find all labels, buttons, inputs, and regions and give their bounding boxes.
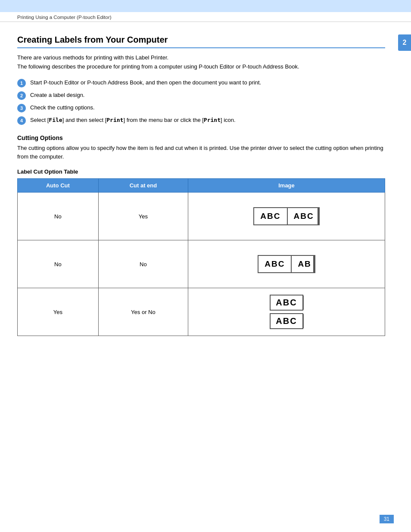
label-abc-1a: ABC [253,207,287,225]
step-text-1: Start P-touch Editor or P-touch Address … [30,78,261,87]
table-title: Label Cut Option Table [17,168,385,175]
col-header-image: Image [188,179,385,193]
cell-autocut-2: No [18,240,99,288]
cell-cutatend-2: No [98,240,188,288]
main-content: Creating Labels from Your Computer There… [0,22,411,353]
cutting-options-desc: The cutting options allow you to specify… [17,144,385,162]
cell-autocut-1: No [18,193,99,240]
step-number-3: 3 [17,104,26,112]
label-image-1: ABC ABC [197,201,376,231]
image-container-1: ABC ABC [188,193,385,240]
label-visual-3: ABC ABC [270,295,303,329]
label-image-2: ABC AB [197,249,376,279]
image-container-3: ABC ABC [188,288,385,336]
step-item-2: 2 Create a label design. [17,91,385,100]
table-header-row: Auto Cut Cut at end Image [18,179,385,193]
step-number-4: 4 [17,116,26,125]
page-number: 31 [380,515,394,523]
cell-cutatend-1: Yes [98,193,188,240]
col-header-autocut: Auto Cut [18,179,99,193]
label-abc-3a: ABC [270,295,303,311]
table-row: No Yes ABC ABC [18,193,385,240]
label-abc-2a: ABC [258,255,292,273]
step-text-3: Check the cutting options. [30,103,95,112]
cell-autocut-3: Yes [18,288,99,336]
cut-line-2 [314,255,315,273]
label-visual-2: ABC AB [258,255,315,273]
step-item-4: 4 Select [File] and then select [Print] … [17,116,385,125]
top-bar [0,0,411,12]
step-number-1: 1 [17,79,26,87]
label-abc-2b: AB [292,255,314,273]
step-item-1: 1 Start P-touch Editor or P-touch Addres… [17,78,385,87]
autocut-value-3: Yes [18,297,98,327]
label-abc-1b: ABC [288,207,318,225]
autocut-value-2: No [18,249,98,280]
steps-list: 1 Start P-touch Editor or P-touch Addres… [17,78,385,125]
label-visual-1: ABC ABC [253,207,319,225]
chapter-tab: 2 [398,34,411,51]
page-title: Creating Labels from Your Computer [17,35,385,48]
col-header-cutatend: Cut at end [98,179,188,193]
intro-line1: There are various methods for printing w… [17,53,385,62]
intro-paragraph: There are various methods for printing w… [17,53,385,72]
step-number-2: 2 [17,91,26,100]
label-image-3: ABC ABC [197,297,376,327]
autocut-value-1: No [18,201,98,232]
cell-image-1: ABC ABC [188,193,385,240]
cell-image-3: ABC ABC [188,288,385,336]
cut-option-table: Auto Cut Cut at end Image No Yes ABC [17,178,385,336]
label-abc-3b: ABC [270,313,303,329]
cut-line-1 [318,207,320,225]
intro-line2: The following describes the procedure fo… [17,62,385,72]
table-row: Yes Yes or No ABC ABC [18,288,385,336]
image-container-2: ABC AB [188,240,385,288]
page-number-bar: 31 [380,515,394,523]
step-text-2: Create a label design. [30,91,84,100]
step-text-4: Select [File] and then select [Print] fr… [30,116,236,125]
cutatend-value-1: Yes [99,201,188,232]
cell-cutatend-3: Yes or No [98,288,188,336]
cutting-options-title: Cutting Options [17,134,385,141]
table-row: No No ABC AB [18,240,385,288]
step-item-3: 3 Check the cutting options. [17,103,385,112]
cell-image-2: ABC AB [188,240,385,288]
breadcrumb: Printing Using a Computer (P-touch Edito… [0,12,411,22]
cutatend-value-3: Yes or No [99,297,188,327]
cutatend-value-2: No [99,249,188,280]
